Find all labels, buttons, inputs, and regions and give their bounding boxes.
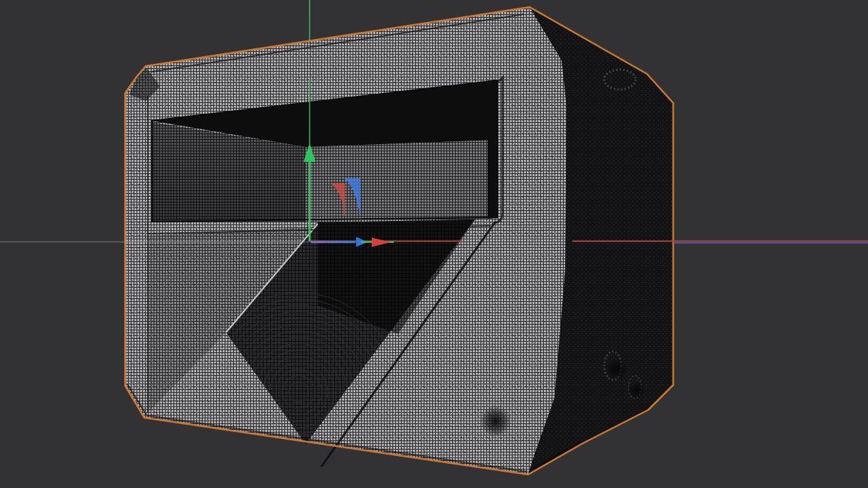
pole-swirl	[606, 359, 628, 380]
viewport-canvas[interactable]	[0, 0, 868, 488]
interior-right-sliver	[488, 82, 498, 219]
interior-back-wall	[306, 141, 488, 222]
wireframe-cabinet-mesh[interactable]	[121, 0, 682, 488]
viewport-3d[interactable]	[0, 0, 868, 488]
pole-swirl	[628, 381, 645, 398]
pole-swirl	[480, 406, 511, 437]
